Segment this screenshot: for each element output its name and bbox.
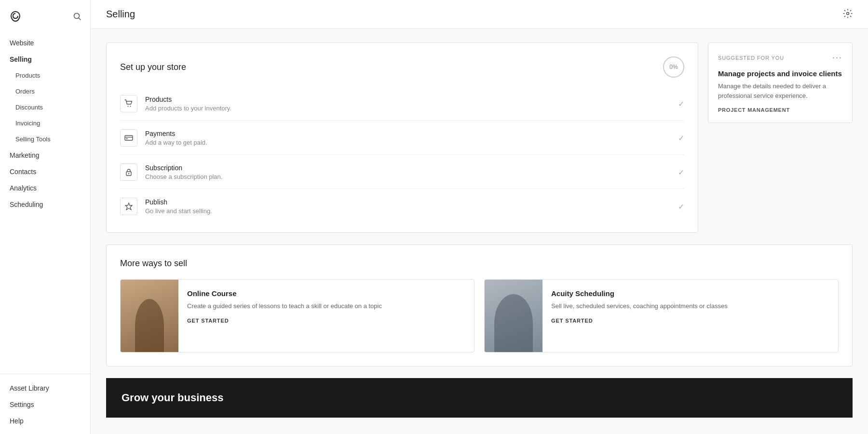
step-desc-payments: Add a way to get paid. bbox=[145, 139, 678, 146]
svg-rect-6 bbox=[125, 136, 133, 140]
suggested-header: Suggested for you ··· bbox=[718, 53, 842, 63]
setup-steps: Products Add products to your inventory.… bbox=[120, 87, 684, 223]
step-name-products: Products bbox=[145, 95, 678, 103]
step-text-subscription: Subscription Choose a subscription plan. bbox=[145, 164, 678, 180]
content-area: Set up your store 0% bbox=[91, 29, 868, 434]
svg-point-10 bbox=[128, 173, 129, 174]
sidebar-item-asset-library[interactable]: Asset Library bbox=[0, 380, 90, 396]
sidebar-item-selling[interactable]: Selling bbox=[0, 51, 90, 68]
page-title: Selling bbox=[106, 9, 135, 20]
svg-point-4 bbox=[128, 106, 129, 107]
step-desc-publish: Go live and start selling. bbox=[145, 207, 678, 215]
sidebar-item-analytics[interactable]: Analytics bbox=[0, 180, 90, 196]
grow-bar: Grow your business bbox=[106, 378, 853, 418]
sidebar-top bbox=[0, 0, 90, 30]
setup-step-publish[interactable]: Publish Go live and start selling. ✓ bbox=[120, 190, 684, 223]
svg-marker-11 bbox=[125, 203, 132, 210]
sidebar: Website Selling Products Orders Discount… bbox=[0, 0, 91, 434]
suggested-title: Manage projects and invoice clients bbox=[718, 69, 842, 78]
step-name-payments: Payments bbox=[145, 130, 678, 137]
course-cta[interactable]: Get Started bbox=[187, 318, 465, 324]
step-name-subscription: Subscription bbox=[145, 164, 678, 172]
sell-option-online-course[interactable]: Online Course Create a guided series of … bbox=[120, 279, 475, 353]
acuity-image bbox=[485, 280, 542, 352]
publish-icon bbox=[120, 198, 137, 215]
more-sell-title: More ways to sell bbox=[120, 258, 839, 269]
gear-icon[interactable] bbox=[843, 9, 853, 20]
step-text-products: Products Add products to your inventory. bbox=[145, 95, 678, 112]
sidebar-item-marketing[interactable]: Marketing bbox=[0, 147, 90, 163]
grow-title: Grow your business bbox=[122, 392, 837, 404]
svg-point-5 bbox=[130, 106, 131, 107]
sidebar-bottom: Asset Library Settings Help bbox=[0, 374, 90, 434]
check-icon-products: ✓ bbox=[678, 99, 684, 108]
setup-step-subscription[interactable]: Subscription Choose a subscription plan.… bbox=[120, 156, 684, 189]
lock-icon bbox=[120, 163, 137, 181]
sidebar-item-discounts[interactable]: Discounts bbox=[0, 99, 90, 115]
sell-options: Online Course Create a guided series of … bbox=[120, 279, 839, 353]
payment-icon bbox=[120, 129, 137, 147]
sidebar-item-settings[interactable]: Settings bbox=[0, 396, 90, 413]
step-text-payments: Payments Add a way to get paid. bbox=[145, 130, 678, 146]
step-desc-subscription: Choose a subscription plan. bbox=[145, 173, 678, 180]
cart-icon bbox=[120, 95, 137, 112]
setup-card-title: Set up your store bbox=[120, 62, 186, 72]
top-row: Set up your store 0% bbox=[106, 42, 853, 233]
svg-point-1 bbox=[74, 14, 80, 19]
logo-icon[interactable] bbox=[9, 10, 22, 25]
course-content: Online Course Create a guided series of … bbox=[178, 280, 474, 333]
step-name-publish: Publish bbox=[145, 198, 678, 206]
sidebar-nav: Website Selling Products Orders Discount… bbox=[0, 30, 90, 374]
svg-rect-8 bbox=[126, 138, 128, 139]
more-ways-to-sell-card: More ways to sell Online Course Create a… bbox=[106, 244, 853, 366]
sell-option-acuity[interactable]: Acuity Scheduling Sell live, scheduled s… bbox=[484, 279, 839, 353]
step-text-publish: Publish Go live and start selling. bbox=[145, 198, 678, 215]
search-icon[interactable] bbox=[73, 12, 81, 23]
suggested-tag: Project Management bbox=[718, 107, 842, 113]
sidebar-item-invoicing[interactable]: Invoicing bbox=[0, 115, 90, 131]
acuity-desc: Sell live, scheduled services, coaching … bbox=[551, 301, 829, 311]
sidebar-item-scheduling[interactable]: Scheduling bbox=[0, 196, 90, 213]
sidebar-item-website[interactable]: Website bbox=[0, 35, 90, 51]
main-content: Selling Set up your store 0% bbox=[91, 0, 868, 434]
step-desc-products: Add products to your inventory. bbox=[145, 105, 678, 112]
sidebar-item-help[interactable]: Help bbox=[0, 413, 90, 429]
svg-point-3 bbox=[847, 12, 849, 14]
sidebar-item-products[interactable]: Products bbox=[0, 68, 90, 83]
setup-step-products[interactable]: Products Add products to your inventory.… bbox=[120, 87, 684, 121]
sidebar-item-orders[interactable]: Orders bbox=[0, 83, 90, 99]
check-icon-publish: ✓ bbox=[678, 202, 684, 211]
course-image bbox=[121, 280, 178, 352]
svg-line-2 bbox=[79, 18, 81, 20]
course-desc: Create a guided series of lessons to tea… bbox=[187, 301, 465, 311]
acuity-cta[interactable]: Get Started bbox=[551, 318, 829, 324]
check-icon-subscription: ✓ bbox=[678, 168, 684, 177]
sidebar-item-contacts[interactable]: Contacts bbox=[0, 163, 90, 180]
sidebar-item-selling-tools[interactable]: Selling Tools bbox=[0, 131, 90, 147]
suggested-label: Suggested for you bbox=[718, 55, 784, 61]
main-header: Selling bbox=[91, 0, 868, 29]
progress-badge: 0% bbox=[663, 56, 684, 78]
course-name: Online Course bbox=[187, 289, 465, 298]
setup-card-header: Set up your store 0% bbox=[120, 56, 684, 78]
acuity-name: Acuity Scheduling bbox=[551, 289, 829, 298]
more-options-button[interactable]: ··· bbox=[832, 53, 842, 63]
suggested-desc: Manage the details needed to deliver a p… bbox=[718, 81, 842, 100]
suggested-card: Suggested for you ··· Manage projects an… bbox=[708, 42, 853, 123]
check-icon-payments: ✓ bbox=[678, 134, 684, 143]
setup-card: Set up your store 0% bbox=[106, 42, 698, 233]
setup-step-payments[interactable]: Payments Add a way to get paid. ✓ bbox=[120, 122, 684, 155]
acuity-content: Acuity Scheduling Sell live, scheduled s… bbox=[542, 280, 838, 333]
